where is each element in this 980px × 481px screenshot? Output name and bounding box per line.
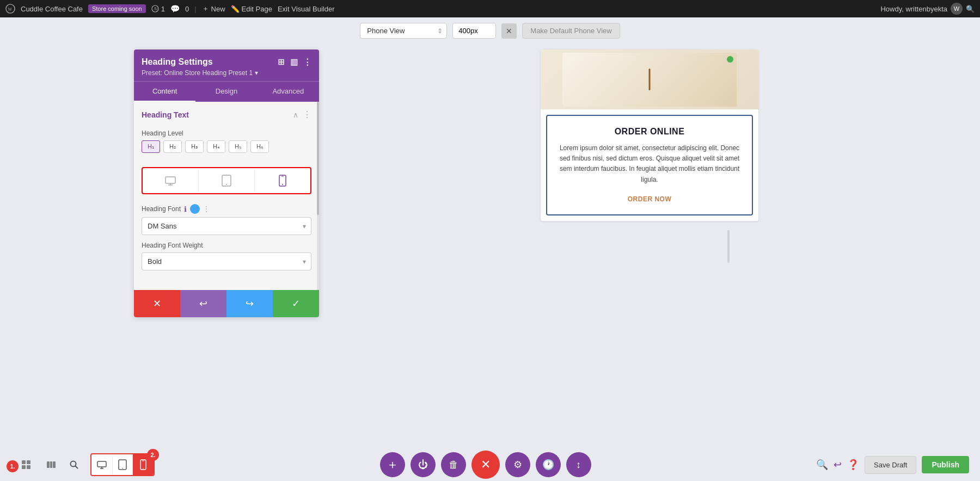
panel-scroll-space [134, 274, 319, 290]
width-input[interactable] [452, 23, 496, 39]
panel-preset[interactable]: Preset: Online Store Heading Preset 1 ▾ [142, 69, 311, 77]
panel-title-icons: ⊞ ▥ ⋮ [278, 57, 311, 67]
mobile-device-btn[interactable] [255, 168, 310, 193]
panel-body: Heading Text ∧ ⋮ Heading Level H₁ H₂ H₃ … [134, 102, 319, 290]
topbar: W Cuddle Coffee Cafe Store coming soon ↻… [0, 0, 980, 17]
svg-rect-18 [53, 461, 56, 468]
panel-expand-icon[interactable]: ⊞ [278, 57, 285, 67]
history-btn[interactable]: 🕐 [536, 452, 561, 477]
heading-level-group: Heading Level H₁ H₂ H₃ H₄ H₅ H₆ [134, 125, 319, 163]
mobile-icon [279, 175, 286, 187]
heading-font-info-icon[interactable]: ℹ [184, 205, 187, 213]
wp-logo-icon: W [5, 4, 15, 14]
tablet-view-icon [118, 459, 127, 470]
search-bottom-icon[interactable]: 🔍 [816, 459, 828, 471]
heading-font-more-icon[interactable]: ⋮ [203, 205, 210, 213]
edit-page-link[interactable]: ✏️ Edit Page [231, 5, 272, 13]
heading-font-weight-select-wrap[interactable]: Bold [142, 252, 311, 270]
mobile-view-icon [140, 459, 146, 470]
store-badge[interactable]: Store coming soon [88, 4, 146, 13]
hl-h2[interactable]: H₂ [163, 140, 182, 153]
help-icon[interactable]: ❓ [847, 459, 859, 471]
svg-rect-13 [27, 460, 30, 464]
updates-count[interactable]: ↻ 1 [151, 5, 165, 13]
desktop-view-btn[interactable] [91, 454, 112, 475]
panel-scrollbar[interactable] [317, 102, 319, 290]
section-collapse-icon[interactable]: ∧ [293, 110, 298, 119]
section-more-icon[interactable]: ⋮ [303, 109, 311, 120]
save-draft-btn[interactable]: Save Draft [865, 456, 916, 474]
step1-label: 1. [10, 463, 15, 470]
tab-design[interactable]: Design [195, 82, 257, 102]
tablet-icon [222, 175, 231, 187]
order-now-link[interactable]: ORDER NOW [628, 195, 672, 203]
undo-bottom-icon[interactable]: ↩ [834, 459, 842, 471]
heading-font-weight-row: Heading Font Weight Bold [134, 238, 319, 274]
power-btn[interactable]: ⏻ [411, 452, 436, 477]
section-header: Heading Text ∧ ⋮ [134, 102, 319, 125]
svg-rect-15 [27, 465, 30, 469]
panel-undo-btn[interactable]: ↩ [180, 290, 226, 317]
heading-font-row: Heading Font ℹ ⋮ DM Sans [134, 201, 319, 238]
tablet-device-btn[interactable] [199, 168, 255, 193]
panel-redo-btn[interactable]: ↪ [226, 290, 273, 317]
new-link[interactable]: ＋ New [202, 4, 225, 14]
panel-tabs: Content Design Advanced [134, 81, 319, 102]
hl-h3[interactable]: H₃ [185, 140, 204, 153]
page-settings-btn[interactable] [41, 455, 61, 474]
panel-more-icon[interactable]: ⋮ [303, 57, 311, 67]
close-btn[interactable]: ✕ [471, 451, 500, 479]
heading-font-color-swatch[interactable] [190, 204, 200, 214]
search-topbar-icon[interactable]: 🔍 [966, 5, 975, 13]
svg-point-10 [282, 184, 283, 185]
bottom-toolbar: 1. 2. [0, 448, 980, 481]
builder-options-btn[interactable] [16, 455, 36, 474]
phone-view-select[interactable]: Phone View [360, 23, 447, 39]
desktop-view-icon [96, 459, 107, 470]
hl-h5[interactable]: H₅ [229, 140, 247, 153]
panel-title-text: Heading Settings [142, 57, 213, 67]
device-selector [142, 167, 311, 194]
panel-preset-text: Preset: Online Store Heading Preset 1 [142, 69, 253, 77]
hl-h4[interactable]: H₄ [207, 140, 225, 153]
make-default-btn[interactable]: Make Default Phone View [522, 23, 620, 39]
close-view-btn[interactable]: ✕ [501, 23, 517, 39]
plus-icon: ＋ [202, 4, 209, 14]
heading-font-select-wrap[interactable]: DM Sans [142, 217, 311, 235]
step2-label: 2. [150, 452, 155, 458]
add-section-btn[interactable]: ＋ [380, 452, 405, 477]
stats-btn[interactable]: ↕ [566, 452, 591, 477]
heading-font-select[interactable]: DM Sans [142, 217, 311, 235]
cancel-icon: ✕ [153, 298, 161, 310]
tab-advanced[interactable]: Advanced [258, 82, 319, 102]
svg-rect-21 [97, 461, 106, 467]
settings-btn[interactable]: ⚙ [505, 452, 530, 477]
panel-cancel-btn[interactable]: ✕ [134, 290, 180, 317]
heading-level-label: Heading Level [142, 130, 311, 137]
tablet-view-btn[interactable] [112, 454, 133, 475]
publish-btn[interactable]: Publish [922, 456, 969, 473]
heading-font-label: Heading Font ℹ ⋮ [142, 204, 311, 214]
new-label: New [211, 5, 225, 13]
bottom-center: ＋ ⏻ 🗑 ✕ ⚙ 🕐 ↕ [380, 451, 591, 479]
search-btn[interactable] [64, 455, 84, 474]
panel-save-btn[interactable]: ✓ [273, 290, 319, 317]
phone-view-select-wrap[interactable]: Phone View [360, 23, 447, 39]
exit-visual-builder[interactable]: Exit Visual Builder [278, 5, 335, 13]
panel-header: Heading Settings ⊞ ▥ ⋮ Preset: Online St… [134, 50, 319, 81]
svg-rect-12 [22, 460, 26, 464]
heading-font-label-text: Heading Font [142, 205, 181, 213]
heading-font-weight-select[interactable]: Bold [142, 252, 311, 270]
trash-btn[interactable]: 🗑 [441, 452, 466, 477]
desktop-device-btn[interactable] [143, 168, 199, 193]
make-default-label: Make Default Phone View [530, 27, 611, 35]
hl-h1[interactable]: H₁ [142, 140, 160, 153]
heading-levels: H₁ H₂ H₃ H₄ H₅ H₆ [142, 140, 311, 153]
panel-columns-icon[interactable]: ▥ [290, 57, 298, 67]
heading-font-weight-label: Heading Font Weight [142, 242, 311, 249]
edit-page-label: Edit Page [242, 5, 272, 13]
grid-menu-icon [21, 459, 32, 470]
redo-icon: ↪ [246, 298, 254, 310]
hl-h6[interactable]: H₆ [250, 140, 269, 153]
tab-content[interactable]: Content [134, 82, 195, 102]
